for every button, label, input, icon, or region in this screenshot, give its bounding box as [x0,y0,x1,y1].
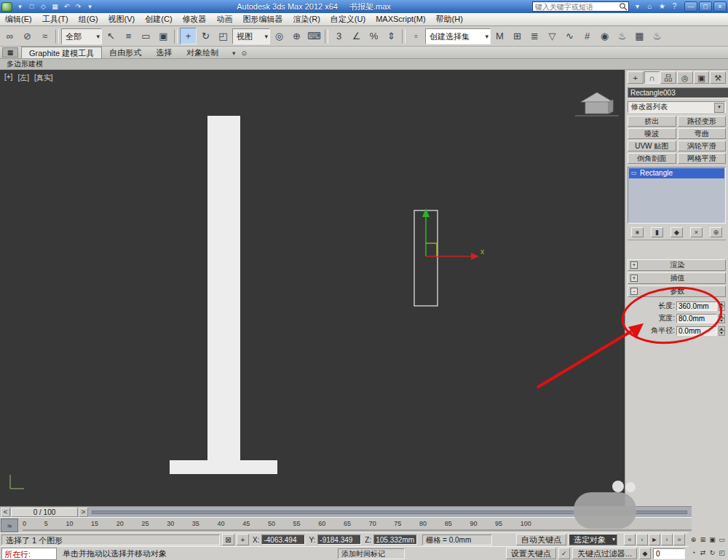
selection-filter-dropdown[interactable]: 全部 [61,28,102,44]
width-field[interactable] [676,314,717,323]
stack-item-rectangle[interactable]: Rectangle [629,168,724,178]
spinner-snap-icon[interactable]: ⇕ [383,28,400,44]
unlink-selection-icon[interactable]: ⊘ [19,28,36,44]
track-bar[interactable]: ≈ 05101520253035404550556065707580859095… [0,517,692,532]
ribbon-tab-graphite[interactable]: Graphite 建模工具 [21,47,102,58]
menu-item[interactable]: 图形编辑器 [238,13,288,25]
viewport-canvas[interactable]: x [0,70,625,506]
rollout-expand-icon[interactable]: + [630,275,638,282]
time-slider-track[interactable] [92,510,687,514]
modifier-preset-button[interactable]: 涡轮平滑 [678,141,727,151]
length-spinner[interactable] [719,301,725,311]
orbit-view-icon[interactable]: ↻ [708,546,717,559]
new-scene-icon[interactable]: □ [26,1,37,12]
redo-icon[interactable]: ↷ [73,1,84,12]
maximize-viewport-toggle-icon[interactable]: ◰ [717,546,727,559]
current-time-field[interactable] [653,548,685,559]
previous-frame-button[interactable]: ‹ [636,534,648,545]
search-icon[interactable] [619,2,628,11]
ribbon-config-icon[interactable]: ⊙ [239,50,249,57]
help-icon[interactable]: ? [669,1,680,12]
object-name-field[interactable] [628,87,728,98]
edit-named-selection-sets-icon[interactable]: ▫ [408,28,424,44]
3dsmax-logo-icon[interactable] [1,2,12,12]
application-menu-icon[interactable]: ▾ [15,1,25,12]
coordinate-x-field[interactable] [261,535,305,545]
time-back-button[interactable]: < [1,508,10,517]
menu-item[interactable]: 创建(C) [140,13,177,25]
next-frame-button[interactable]: › [661,534,673,545]
viewcube[interactable] [575,92,619,116]
coordinate-y-field[interactable] [317,535,361,545]
bind-to-space-warp-icon[interactable]: ≈ [36,28,53,44]
time-forward-button[interactable]: > [79,508,88,517]
tab-hierarchy-icon[interactable]: 品 [660,71,676,84]
selection-region-icon[interactable]: ▭ [138,28,154,44]
corner-radius-spinner[interactable] [719,326,725,336]
ribbon-menu-icon[interactable]: ▦ [2,47,18,58]
pan-view-icon[interactable]: ⇄ [698,546,708,559]
select-and-rotate-icon[interactable]: ↻ [197,28,214,44]
field-of-view-icon[interactable]: ◔ [689,546,698,559]
tab-create-icon[interactable]: + [628,71,644,84]
add-time-tag-button[interactable]: 添加时间标记 [338,548,405,559]
reference-coordinate-dropdown[interactable]: 视图 [232,28,270,44]
align-icon[interactable]: ⊞ [509,28,526,44]
zoom-icon[interactable]: ⊕ [689,533,698,546]
menu-item[interactable]: 修改器 [178,13,212,25]
menu-item[interactable]: 组(G) [74,13,103,25]
select-and-link-icon[interactable]: ∞ [1,28,18,44]
percent-snap-icon[interactable]: % [365,28,382,44]
tab-modify-icon[interactable]: ∩ [644,71,660,84]
menu-item[interactable]: 动画 [212,13,238,25]
zoom-all-icon[interactable]: ⊞ [698,533,708,546]
open-file-icon[interactable]: ◇ [38,1,49,12]
absolute-offset-toggle[interactable]: + [237,534,249,545]
workspace-dropdown-icon[interactable]: ▾ [84,1,95,12]
play-button[interactable]: ► [649,534,660,545]
go-to-end-button[interactable]: » [673,534,685,545]
key-filters-check-icon[interactable]: ✓ [558,548,570,559]
communication-center-icon[interactable]: ⌂ [644,1,655,12]
ribbon-tab-object-paint[interactable]: 对象绘制 [179,47,226,58]
tab-utilities-icon[interactable]: ⚒ [710,71,726,84]
modifier-preset-button[interactable]: 倒角剖面 [628,153,676,164]
auto-key-button[interactable]: 自动关键点 [516,534,566,545]
modifier-preset-button[interactable]: 弯曲 [678,128,727,139]
viewport-pov-menu[interactable]: [左] [17,73,29,83]
tab-motion-icon[interactable]: ◎ [677,71,693,84]
length-field[interactable] [676,301,717,311]
select-and-move-icon[interactable]: + [180,28,197,44]
angle-snap-icon[interactable]: ∠ [348,28,365,44]
menu-item[interactable]: 自定义(U) [325,13,371,25]
render-production-icon[interactable]: ♨ [649,28,665,44]
select-and-scale-icon[interactable]: ◰ [215,28,232,44]
maximize-button[interactable]: □ [699,1,712,12]
modifier-preset-button[interactable]: 路径变形 [678,116,727,127]
select-by-name-icon[interactable]: ≡ [120,28,137,44]
mini-curve-editor-button[interactable]: ≈ [1,518,18,532]
width-spinner[interactable] [719,314,725,323]
rollout-expand-icon[interactable]: + [630,261,638,269]
set-key-button[interactable]: 设置关键点 [506,548,556,559]
zoom-region-icon[interactable]: ▭ [717,533,727,546]
zoom-extents-icon[interactable]: ▣ [708,533,717,546]
material-editor-icon[interactable]: ◉ [596,28,613,44]
rollout-interpolation[interactable]: + 插值 [628,272,726,284]
make-unique-icon[interactable]: ◆ [670,227,683,237]
menu-item[interactable]: 渲染(R) [288,13,325,25]
bookrack-profile-shape[interactable] [170,116,277,474]
maxscript-mini-listener[interactable]: 所在行: [1,548,57,560]
minimize-button[interactable]: — [684,1,697,12]
named-selection-sets-dropdown[interactable]: 创建选择集 [425,28,491,44]
favorites-icon[interactable]: ★ [657,1,668,12]
search-input[interactable] [533,2,619,11]
viewport-general-menu[interactable]: [+] [4,73,12,83]
rollout-rendering[interactable]: + 渲染 [628,259,726,271]
subtab-polygon-modeling[interactable]: 多边形建模 [0,59,50,69]
snaps-toggle-icon[interactable]: 3 [331,28,347,44]
tab-display-icon[interactable]: ▣ [694,71,710,84]
show-end-result-icon[interactable]: ▮ [651,227,663,237]
ribbon-tab-freeform[interactable]: 自由形式 [102,47,149,58]
close-button[interactable]: × [713,1,727,12]
